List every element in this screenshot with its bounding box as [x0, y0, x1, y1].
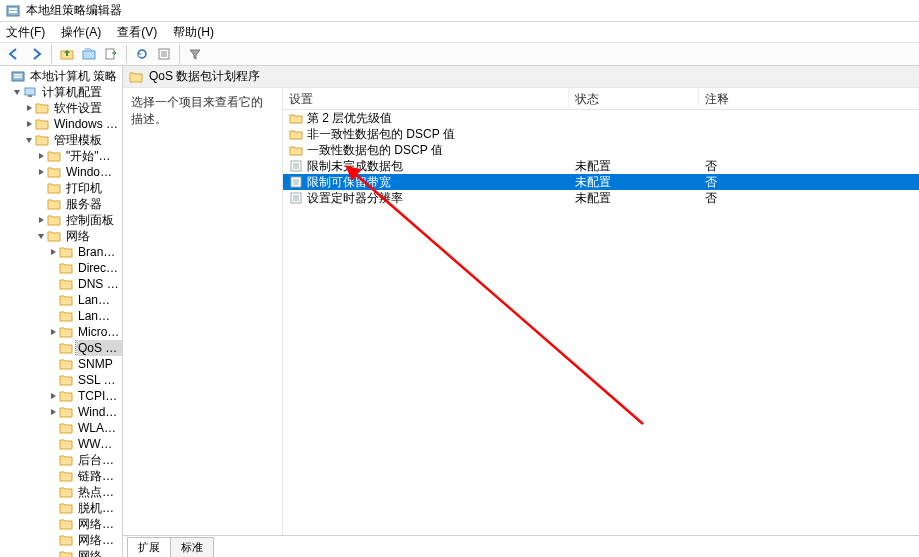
- tree-item[interactable]: Microsoft 对等网络服务: [0, 324, 122, 340]
- col-comment[interactable]: 注释: [699, 88, 919, 109]
- tree-item[interactable]: 软件设置: [0, 100, 122, 116]
- expand-icon[interactable]: [36, 183, 46, 193]
- menu-file[interactable]: 文件(F): [6, 24, 45, 41]
- setting-icon: [289, 175, 303, 189]
- tree-label: 控制面板: [64, 212, 116, 228]
- properties-button[interactable]: [154, 44, 174, 64]
- expand-icon[interactable]: [24, 119, 34, 129]
- expand-icon[interactable]: [48, 311, 58, 321]
- menu-view[interactable]: 查看(V): [117, 24, 157, 41]
- forward-button[interactable]: [26, 44, 46, 64]
- tree-item[interactable]: WWAN 服务: [0, 436, 122, 452]
- setting-icon: [289, 159, 303, 173]
- folder-icon: [59, 262, 73, 274]
- expand-icon[interactable]: [36, 231, 46, 241]
- folder-icon: [59, 278, 73, 290]
- col-name[interactable]: 设置: [283, 88, 569, 109]
- expand-icon[interactable]: [48, 487, 58, 497]
- expand-icon[interactable]: [48, 471, 58, 481]
- expand-icon[interactable]: [0, 71, 10, 81]
- tree-item[interactable]: "开始"菜单和任务栏: [0, 148, 122, 164]
- expand-icon[interactable]: [48, 295, 58, 305]
- tree-item[interactable]: WLAN 服务: [0, 420, 122, 436]
- expand-icon[interactable]: [48, 407, 58, 417]
- tree-item[interactable]: 网络: [0, 228, 122, 244]
- tree-item[interactable]: 控制面板: [0, 212, 122, 228]
- row-comment: 否: [699, 174, 919, 191]
- row-name: 设置定时器分辨率: [307, 190, 403, 207]
- expand-icon[interactable]: [48, 247, 58, 257]
- expand-icon[interactable]: [36, 167, 46, 177]
- expand-icon[interactable]: [48, 279, 58, 289]
- expand-icon[interactable]: [48, 391, 58, 401]
- tab-extended[interactable]: 扩展: [127, 537, 171, 557]
- expand-icon[interactable]: [48, 359, 58, 369]
- tree-label: 管理模板: [52, 132, 104, 148]
- tree-root[interactable]: 本地计算机 策略: [0, 68, 122, 84]
- tree-item[interactable]: 后台智能传输服务: [0, 452, 122, 468]
- expand-icon[interactable]: [24, 103, 34, 113]
- menu-help[interactable]: 帮助(H): [173, 24, 214, 41]
- expand-icon[interactable]: [48, 327, 58, 337]
- tree-item[interactable]: Windows 连接管理器: [0, 404, 122, 420]
- list-row[interactable]: 非一致性数据包的 DSCP 值: [283, 126, 919, 142]
- folder-up-button[interactable]: [57, 44, 77, 64]
- list-panel[interactable]: 设置 状态 注释 第 2 层优先级值非一致性数据包的 DSCP 值一致性数据包的…: [283, 88, 919, 535]
- expand-icon[interactable]: [48, 519, 58, 529]
- tree-label: 网络连接: [76, 532, 122, 548]
- expand-icon[interactable]: [48, 455, 58, 465]
- tree-item[interactable]: SNMP: [0, 356, 122, 372]
- expand-icon[interactable]: [48, 503, 58, 513]
- tree-computer-config[interactable]: 计算机配置: [0, 84, 122, 100]
- expand-icon[interactable]: [48, 423, 58, 433]
- tree-sidebar[interactable]: 本地计算机 策略计算机配置软件设置Windows 设置管理模板"开始"菜单和任务…: [0, 66, 123, 557]
- list-row[interactable]: 第 2 层优先级值: [283, 110, 919, 126]
- expand-icon[interactable]: [36, 151, 46, 161]
- tree-item[interactable]: 打印机: [0, 180, 122, 196]
- tree-item[interactable]: 管理模板: [0, 132, 122, 148]
- list-header[interactable]: 设置 状态 注释: [283, 88, 919, 110]
- list-row[interactable]: 设置定时器分辨率未配置否: [283, 190, 919, 206]
- tab-standard[interactable]: 标准: [170, 537, 214, 557]
- tree-item[interactable]: DNS 客户端: [0, 276, 122, 292]
- expand-icon[interactable]: [36, 199, 46, 209]
- expand-icon[interactable]: [48, 551, 58, 557]
- expand-icon[interactable]: [48, 439, 58, 449]
- expand-icon[interactable]: [36, 215, 46, 225]
- tree-item[interactable]: DirectAccess: [0, 260, 122, 276]
- expand-icon[interactable]: [24, 135, 34, 145]
- tree-item[interactable]: TCPIP 设置: [0, 388, 122, 404]
- list-row[interactable]: 限制未完成数据包未配置否: [283, 158, 919, 174]
- tree-item[interactable]: BranchCache: [0, 244, 122, 260]
- tree-item[interactable]: 网络隔离: [0, 516, 122, 532]
- tree-item[interactable]: Lanman 工作站: [0, 308, 122, 324]
- tree-item[interactable]: 网络连接: [0, 532, 122, 548]
- menu-action[interactable]: 操作(A): [61, 24, 101, 41]
- list-row[interactable]: 一致性数据包的 DSCP 值: [283, 142, 919, 158]
- filter-button[interactable]: [185, 44, 205, 64]
- tree-item[interactable]: 网络连接状态指示器: [0, 548, 122, 557]
- expand-icon[interactable]: [48, 535, 58, 545]
- back-button[interactable]: [4, 44, 24, 64]
- expand-icon[interactable]: [12, 87, 22, 97]
- tree-label: SSL 配置设置: [76, 372, 122, 388]
- col-state[interactable]: 状态: [569, 88, 699, 109]
- tree-item[interactable]: 服务器: [0, 196, 122, 212]
- tree-item[interactable]: 脱机文件: [0, 500, 122, 516]
- list-row[interactable]: 限制可保留带宽未配置否: [283, 174, 919, 190]
- tree-item[interactable]: Windows 设置: [0, 116, 122, 132]
- folder-icon: [59, 550, 73, 557]
- expand-icon[interactable]: [48, 343, 58, 353]
- expand-icon[interactable]: [48, 263, 58, 273]
- tree-item[interactable]: Lanman 服务器: [0, 292, 122, 308]
- tree-item[interactable]: 热点身份验证: [0, 484, 122, 500]
- svg-rect-12: [14, 77, 22, 79]
- recent-button[interactable]: [79, 44, 99, 64]
- expand-icon[interactable]: [48, 375, 58, 385]
- refresh-button[interactable]: [132, 44, 152, 64]
- tree-item[interactable]: Windows 组件: [0, 164, 122, 180]
- tree-item[interactable]: QoS 数据包计划程序: [0, 340, 122, 356]
- tree-item[interactable]: SSL 配置设置: [0, 372, 122, 388]
- export-button[interactable]: [101, 44, 121, 64]
- tree-item[interactable]: 链路层拓扑发现: [0, 468, 122, 484]
